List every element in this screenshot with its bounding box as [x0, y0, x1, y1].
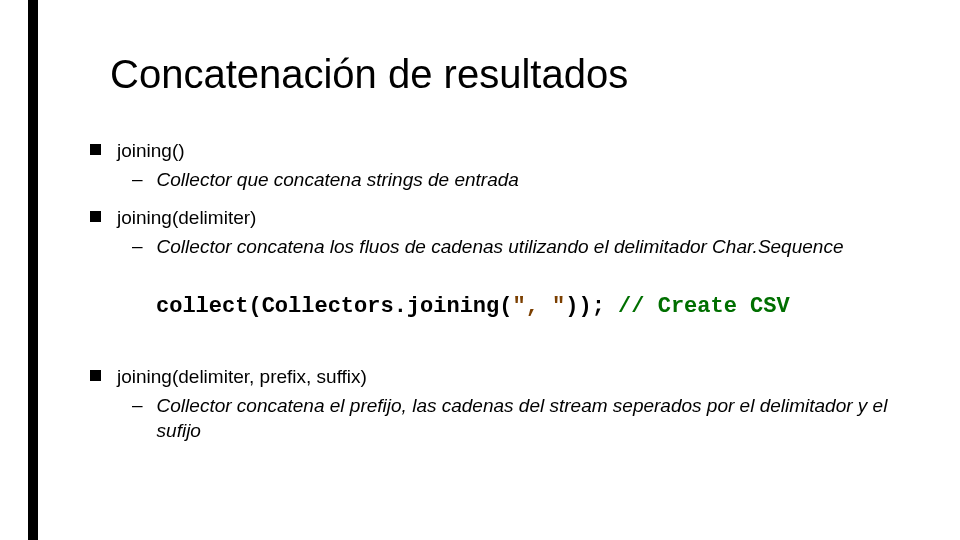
bullet-description: Collector concatena el prefijo, las cade…	[157, 393, 907, 444]
list-item: – Collector que concatena strings de ent…	[132, 167, 920, 193]
square-bullet-icon	[90, 211, 101, 222]
dash-bullet-icon: –	[132, 234, 143, 258]
code-token: (	[499, 294, 512, 319]
square-bullet-icon	[90, 370, 101, 381]
bullet-label: joining(delimiter, prefix, suffix)	[117, 365, 367, 389]
list-item: joining() – Collector que concatena stri…	[90, 139, 920, 192]
bullet-list: joining() – Collector que concatena stri…	[90, 139, 920, 444]
code-snippet: collect(Collectors.joining(", ")); // Cr…	[146, 288, 800, 325]
bullet-label: joining()	[117, 139, 185, 163]
dash-bullet-icon: –	[132, 167, 143, 191]
code-token: ", "	[512, 294, 565, 319]
bullet-description: Collector concatena los fluos de cadenas…	[157, 234, 844, 260]
code-token: // Create CSV	[605, 294, 790, 319]
list-item: – Collector concatena el prefijo, las ca…	[132, 393, 920, 444]
list-item: – Collector concatena los fluos de caden…	[132, 234, 920, 260]
code-token: collect(	[156, 294, 262, 319]
slide-content: Concatenación de resultados joining() – …	[0, 0, 960, 540]
slide-title: Concatenación de resultados	[110, 52, 920, 97]
square-bullet-icon	[90, 144, 101, 155]
dash-bullet-icon: –	[132, 393, 143, 417]
list-item: joining(delimiter) – Collector concatena…	[90, 206, 920, 350]
bullet-label: joining(delimiter)	[117, 206, 256, 230]
code-token: Collectors.joining	[262, 294, 500, 319]
code-token: ));	[565, 294, 605, 319]
list-item: joining(delimiter, prefix, suffix) – Col…	[90, 365, 920, 444]
bullet-description: Collector que concatena strings de entra…	[157, 167, 519, 193]
